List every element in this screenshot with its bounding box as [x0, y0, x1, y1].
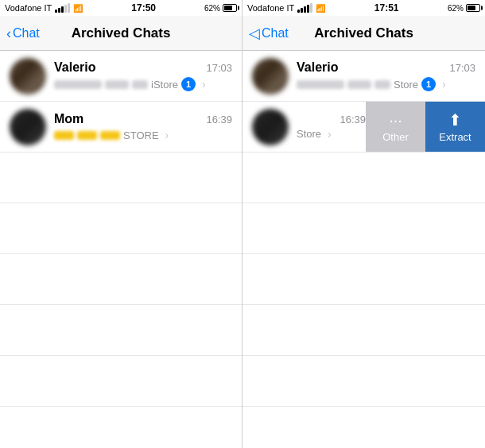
right-badge-valerio: 1 [421, 77, 436, 91]
left-badge-valerio: 1 [181, 77, 196, 91]
right-chat-item-mom[interactable]: 16:39 Store › ··· Other ⬆ Extract [242, 102, 485, 153]
r-signal-bar-5 [310, 3, 312, 13]
right-preview-blur-valerio-3 [374, 80, 390, 89]
left-time-valerio: 17:03 [206, 62, 232, 74]
right-other-dots-icon: ··· [389, 111, 402, 129]
signal-bar-2 [58, 8, 60, 13]
left-avatar-mom [10, 109, 46, 145]
right-status-left: Vodafone IT 📶 [247, 3, 325, 13]
right-swipe-extract-button[interactable]: ⬆ Extract [425, 102, 485, 152]
right-chat-header-mom: 16:39 [297, 114, 366, 126]
right-preview-blur-valerio-1 [297, 80, 344, 89]
right-wifi-icon: 📶 [316, 4, 325, 13]
right-empty-row-2 [242, 203, 485, 254]
left-chat-time-valerio: 17:03 [206, 62, 232, 74]
right-preview-mom: Store › [297, 128, 366, 141]
right-chevron-mom: › [328, 128, 332, 141]
right-avatar-valerio [252, 58, 289, 95]
right-signal [297, 3, 312, 13]
left-chat-header-valerio: Valerio 17:03 [54, 60, 232, 75]
r-signal-bar-1 [297, 10, 300, 13]
left-chat-item-valerio[interactable]: Valerio 17:03 iStore 1 › [0, 51, 242, 102]
left-chevron-valerio: › [202, 78, 206, 91]
right-chat-header-valerio: Valerio 17:03 [297, 60, 475, 75]
left-signal [55, 3, 70, 13]
left-empty-row-4 [0, 305, 242, 356]
right-time: 17:51 [374, 2, 399, 14]
right-empty-row-4 [242, 305, 485, 356]
right-battery-fill [468, 6, 475, 10]
left-empty-row-5 [0, 356, 242, 407]
right-status-right: 62% [448, 4, 480, 13]
right-status-bar: Vodafone IT 📶 17:51 62% [242, 0, 485, 16]
left-store-valerio: iStore [151, 79, 178, 91]
right-extract-label: Extract [439, 131, 471, 143]
right-chat-item-valerio[interactable]: Valerio 17:03 Store 1 › [242, 51, 485, 102]
right-swipe-other-button[interactable]: ··· Other [366, 102, 425, 152]
left-wifi-icon: 📶 [73, 4, 83, 13]
left-store-mom: STORE [123, 129, 159, 141]
left-back-chevron-icon: ‹ [6, 26, 11, 41]
left-status-bar: Vodafone IT 📶 17:50 62% [0, 0, 242, 16]
left-back-button[interactable]: ‹ Chat [6, 26, 46, 41]
right-preview-blur-valerio-2 [347, 80, 371, 89]
left-preview-valerio: iStore 1 › [54, 77, 232, 91]
left-chat-name-valerio: Valerio [54, 60, 95, 75]
signal-bar-5 [68, 3, 70, 13]
left-status-right: 62% [204, 4, 237, 13]
left-back-label: Chat [13, 26, 40, 41]
right-time-valerio: 17:03 [449, 62, 475, 74]
left-preview-blur-valerio-2 [105, 80, 129, 89]
right-chat-time-mom: 16:39 [340, 114, 366, 126]
r-signal-bar-2 [301, 8, 303, 13]
right-swipe-actions-mom: ··· Other ⬆ Extract [366, 102, 485, 152]
left-empty-row-3 [0, 254, 242, 305]
right-chevron-valerio: › [442, 78, 446, 91]
right-nav-bar: ◁ Chat Archived Chats [242, 16, 485, 51]
signal-bar-3 [61, 6, 64, 13]
right-store-mom: Store [297, 128, 321, 140]
left-preview-blur-valerio-3 [132, 80, 148, 89]
right-battery-icon [466, 4, 480, 12]
right-chat-content-valerio: Valerio 17:03 Store 1 › [297, 60, 475, 91]
left-time: 17:50 [131, 2, 156, 14]
right-chat-time-valerio: 17:03 [449, 62, 475, 74]
right-extract-upload-icon: ⬆ [448, 110, 462, 129]
left-nav-title: Archived Chats [46, 25, 196, 41]
left-phone-panel: Vodafone IT 📶 17:50 62% ‹ Chat Archived … [0, 0, 242, 448]
r-signal-bar-3 [304, 6, 306, 13]
right-back-chevron-icon: ◁ [249, 26, 260, 41]
right-chat-list: Valerio 17:03 Store 1 › [242, 51, 485, 448]
left-chat-header-mom: Mom 16:39 [54, 112, 232, 126]
left-preview-mom: STORE › [54, 129, 232, 141]
right-store-valerio: Store [394, 79, 418, 91]
right-avatar-mom [252, 109, 289, 145]
right-carrier: Vodafone IT [247, 3, 294, 13]
right-preview-valerio: Store 1 › [297, 77, 475, 91]
left-carrier: Vodafone IT [5, 3, 52, 13]
right-nav-title: Archived Chats [289, 25, 439, 41]
right-phone-panel: Vodafone IT 📶 17:51 62% ◁ Chat Archived … [242, 0, 485, 448]
right-battery-pct: 62% [448, 4, 464, 13]
left-chat-time-mom: 16:39 [206, 114, 232, 126]
left-chevron-mom: › [165, 129, 169, 141]
right-empty-row-5 [242, 356, 485, 407]
signal-bar-4 [64, 5, 67, 13]
left-preview-star-3 [100, 131, 120, 140]
left-chat-list: Valerio 17:03 iStore 1 › [0, 51, 242, 448]
left-avatar-valerio [10, 58, 46, 95]
left-empty-row-2 [0, 203, 242, 254]
left-battery-fill [224, 6, 232, 10]
signal-bar-1 [55, 10, 57, 13]
right-time-mom: 16:39 [340, 114, 366, 126]
left-battery-icon [223, 4, 237, 12]
right-other-label: Other [382, 131, 409, 143]
left-preview-star-1 [54, 131, 74, 140]
right-back-button[interactable]: ◁ Chat [249, 26, 289, 41]
left-battery-pct: 62% [204, 4, 220, 13]
right-empty-row-1 [242, 153, 485, 203]
left-nav-bar: ‹ Chat Archived Chats [0, 16, 242, 51]
left-chat-item-mom[interactable]: Mom 16:39 STORE › [0, 102, 242, 153]
right-back-label: Chat [262, 26, 289, 41]
r-signal-bar-4 [307, 5, 309, 13]
